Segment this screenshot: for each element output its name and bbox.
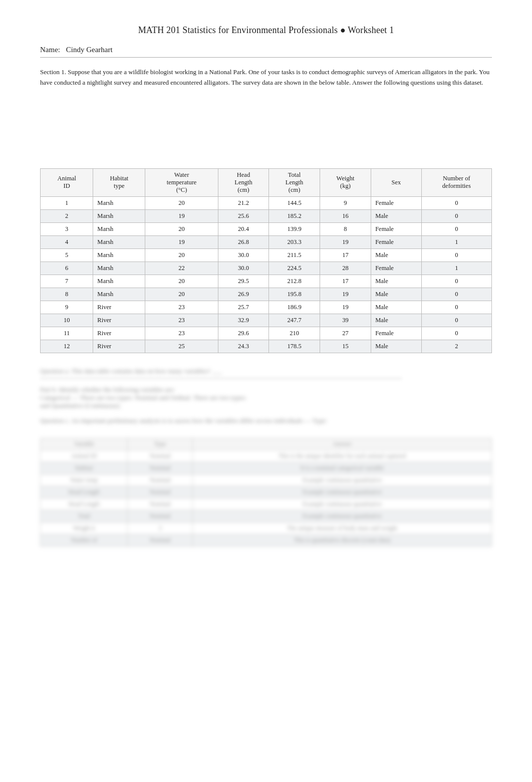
cell-habitat: Marsh bbox=[93, 222, 145, 235]
cell-sex: Female bbox=[371, 222, 421, 235]
cell-sex: Female bbox=[371, 196, 421, 209]
cell-sex: Male bbox=[371, 288, 421, 301]
col-header-head-length: HeadLength(cm) bbox=[218, 168, 269, 196]
table-row: 5 Marsh 20 30.0 211.5 17 Male 0 bbox=[41, 248, 492, 262]
alligator-data-table: AnimalID Habitattype Watertemperature(°C… bbox=[40, 168, 492, 353]
col-header-total-length: TotalLength(cm) bbox=[269, 168, 320, 196]
blurred-cell: The unique measure of body mass and weig… bbox=[193, 522, 492, 534]
cell-habitat: River bbox=[93, 301, 145, 314]
blurred-table-row: TotalNominalExample continuous quantitat… bbox=[41, 510, 492, 522]
cell-head-length: 24.3 bbox=[218, 340, 269, 353]
cell-weight: 19 bbox=[320, 301, 371, 314]
cell-total-length: 224.5 bbox=[269, 262, 320, 275]
cell-water-temp: 22 bbox=[145, 262, 218, 275]
cell-deformities: 1 bbox=[421, 262, 491, 275]
cell-sex: Male bbox=[371, 340, 421, 353]
cell-head-length: 21.2 bbox=[218, 196, 269, 209]
cell-head-length: 29.6 bbox=[218, 327, 269, 340]
answer-table: VariableTypeAnswer Animal IDNominalThis … bbox=[40, 438, 492, 547]
cell-weight: 8 bbox=[320, 222, 371, 235]
cell-sex: Female bbox=[371, 235, 421, 248]
blurred-cell: It is a nominal categorical variable bbox=[193, 462, 492, 474]
col-header-sex: Sex bbox=[371, 168, 421, 196]
cell-deformities: 0 bbox=[421, 288, 491, 301]
col-header-weight: Weight(kg) bbox=[320, 168, 371, 196]
cell-head-length: 26.8 bbox=[218, 235, 269, 248]
blurred-table-row: Animal IDNominalThis is the unique ident… bbox=[41, 450, 492, 462]
table-row: 10 River 23 32.9 247.7 39 Male 0 bbox=[41, 314, 492, 327]
cell-habitat: Marsh bbox=[93, 262, 145, 275]
table-row: 7 Marsh 20 29.5 212.8 17 Male 0 bbox=[41, 275, 492, 288]
question-c-text: Question c. An important preliminary ana… bbox=[40, 417, 492, 425]
table-row: 4 Marsh 19 26.8 203.3 19 Female 1 bbox=[41, 235, 492, 248]
cell-head-length: 30.0 bbox=[218, 248, 269, 262]
blurred-cell: Example continuous quantitative bbox=[193, 498, 492, 510]
blurred-table-row: Head LengthNominalExample continuous qua… bbox=[41, 486, 492, 498]
blurred-cell: Number of bbox=[41, 534, 128, 546]
blurred-cell: Example continuous quantitative bbox=[193, 474, 492, 486]
blurred-col-header: Answer bbox=[193, 438, 492, 450]
cell-id: 11 bbox=[41, 327, 93, 340]
cell-water-temp: 20 bbox=[145, 196, 218, 209]
blurred-cell: 3 bbox=[128, 522, 193, 534]
cell-head-length: 25.7 bbox=[218, 301, 269, 314]
cell-deformities: 2 bbox=[421, 340, 491, 353]
cell-water-temp: 20 bbox=[145, 248, 218, 262]
cell-weight: 28 bbox=[320, 262, 371, 275]
col-header-deformities: Number ofdeformities bbox=[421, 168, 491, 196]
cell-weight: 17 bbox=[320, 248, 371, 262]
blurred-cell: Head Length bbox=[41, 486, 128, 498]
cell-id: 10 bbox=[41, 314, 93, 327]
cell-habitat: River bbox=[93, 327, 145, 340]
page-title: MATH 201 Statistics for Environmental Pr… bbox=[40, 25, 492, 36]
cell-head-length: 26.9 bbox=[218, 288, 269, 301]
blurred-cell: Nominal bbox=[128, 450, 193, 462]
cell-total-length: 144.5 bbox=[269, 196, 320, 209]
cell-water-temp: 20 bbox=[145, 222, 218, 235]
blurred-table-row: Water tempNominalExample continuous quan… bbox=[41, 474, 492, 486]
cell-head-length: 29.5 bbox=[218, 275, 269, 288]
cell-water-temp: 20 bbox=[145, 275, 218, 288]
name-label: Name: bbox=[40, 46, 60, 54]
blurred-cell: Animal ID bbox=[41, 450, 128, 462]
table-row: 12 River 25 24.3 178.5 15 Male 2 bbox=[41, 340, 492, 353]
blurred-cell: Nominal bbox=[128, 534, 193, 546]
cell-sex: Female bbox=[371, 262, 421, 275]
blurred-table-row: Number ofNominalThis is quantitative dis… bbox=[41, 534, 492, 546]
blurred-table-row: HabitatNominalIt is a nominal categorica… bbox=[41, 462, 492, 474]
table-row: 2 Marsh 19 25.6 185.2 16 Male 0 bbox=[41, 209, 492, 222]
cell-total-length: 212.8 bbox=[269, 275, 320, 288]
col-header-habitat-type: Habitattype bbox=[93, 168, 145, 196]
blurred-table-row: Weight it3The unique measure of body mas… bbox=[41, 522, 492, 534]
cell-total-length: 178.5 bbox=[269, 340, 320, 353]
cell-deformities: 0 bbox=[421, 275, 491, 288]
blurred-col-header: Variable bbox=[41, 438, 128, 450]
blurred-cell: This is the unique identifier for each a… bbox=[193, 450, 492, 462]
cell-deformities: 0 bbox=[421, 222, 491, 235]
cell-sex: Male bbox=[371, 209, 421, 222]
blurred-cell: Nominal bbox=[128, 462, 193, 474]
cell-weight: 19 bbox=[320, 235, 371, 248]
question-a-text: Question a. This data table contains dat… bbox=[40, 367, 492, 375]
table-row: 1 Marsh 20 21.2 144.5 9 Female 0 bbox=[41, 196, 492, 209]
cell-total-length: 247.7 bbox=[269, 314, 320, 327]
table-row: 6 Marsh 22 30.0 224.5 28 Female 1 bbox=[41, 262, 492, 275]
cell-habitat: River bbox=[93, 340, 145, 353]
cell-weight: 15 bbox=[320, 340, 371, 353]
blurred-cell: Example continuous quantitative bbox=[193, 510, 492, 522]
blurred-cell: This is quantitative discrete (count dat… bbox=[193, 534, 492, 546]
cell-id: 12 bbox=[41, 340, 93, 353]
blurred-cell: Nominal bbox=[128, 486, 193, 498]
section1-text: Section 1. Suppose that you are a wildli… bbox=[40, 67, 492, 88]
cell-id: 1 bbox=[41, 196, 93, 209]
cell-id: 2 bbox=[41, 209, 93, 222]
cell-id: 8 bbox=[41, 288, 93, 301]
blurred-cell: Nominal bbox=[128, 498, 193, 510]
cell-head-length: 25.6 bbox=[218, 209, 269, 222]
blurred-cell: Habitat bbox=[41, 462, 128, 474]
cell-deformities: 0 bbox=[421, 209, 491, 222]
cell-sex: Male bbox=[371, 314, 421, 327]
blurred-cell: Nominal bbox=[128, 474, 193, 486]
cell-id: 4 bbox=[41, 235, 93, 248]
cell-id: 3 bbox=[41, 222, 93, 235]
